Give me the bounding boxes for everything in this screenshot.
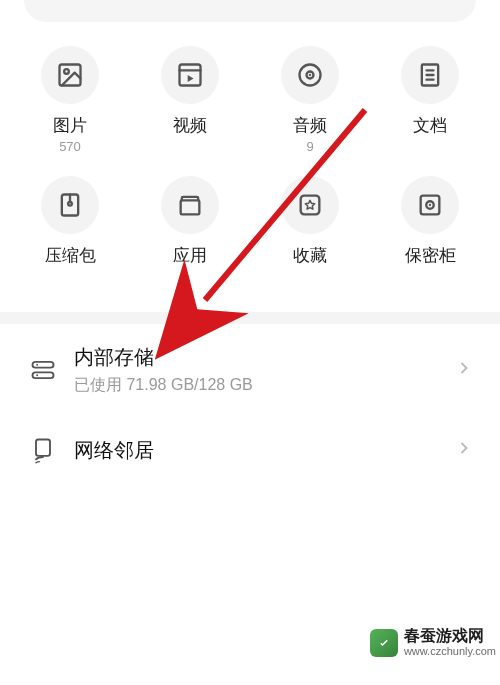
category-label: 音频 [293, 114, 327, 137]
archive-icon [41, 176, 99, 234]
chevron-right-icon [454, 438, 474, 462]
row-title: 内部存储 [74, 344, 454, 371]
category-archive[interactable]: 压缩包 [10, 176, 130, 284]
network-icon [26, 436, 60, 464]
svg-rect-2 [180, 65, 201, 86]
category-pictures[interactable]: 图片 570 [10, 46, 130, 154]
internal-storage-row[interactable]: 内部存储 已使用 71.98 GB/128 GB [8, 324, 492, 416]
watermark-url: www.czchunly.com [404, 646, 496, 657]
section-divider [0, 312, 500, 324]
svg-point-13 [429, 204, 431, 206]
storage-icon [26, 356, 60, 384]
network-neighborhood-row[interactable]: 网络邻居 [8, 416, 492, 484]
category-label: 保密柜 [405, 244, 456, 267]
category-grid: 图片 570 视频 音频 9 文档 压缩包 [0, 28, 500, 312]
row-title: 网络邻居 [74, 437, 454, 464]
svg-rect-9 [181, 200, 200, 214]
category-count: 570 [59, 139, 81, 154]
svg-point-8 [68, 202, 72, 206]
category-label: 图片 [53, 114, 87, 137]
category-docs[interactable]: 文档 [370, 46, 490, 154]
category-label: 收藏 [293, 244, 327, 267]
search-input[interactable] [24, 0, 476, 22]
category-label: 应用 [173, 244, 207, 267]
video-icon [161, 46, 219, 104]
watermark-logo-icon [370, 629, 398, 657]
svg-rect-10 [301, 196, 320, 215]
svg-point-17 [36, 374, 38, 376]
category-label: 文档 [413, 114, 447, 137]
category-favorite[interactable]: 收藏 [250, 176, 370, 284]
svg-point-16 [36, 364, 38, 366]
watermark: 春蚕游戏网 www.czchunly.com [370, 628, 496, 657]
safe-icon [401, 176, 459, 234]
svg-rect-15 [33, 372, 54, 378]
category-videos[interactable]: 视频 [130, 46, 250, 154]
storage-list: 内部存储 已使用 71.98 GB/128 GB 网络邻居 [0, 324, 500, 484]
svg-rect-18 [36, 440, 50, 456]
apps-icon [161, 176, 219, 234]
row-subtitle: 已使用 71.98 GB/128 GB [74, 375, 454, 396]
chevron-right-icon [454, 358, 474, 382]
category-safe[interactable]: 保密柜 [370, 176, 490, 284]
svg-point-1 [64, 69, 69, 74]
category-count: 9 [306, 139, 313, 154]
watermark-name: 春蚕游戏网 [404, 628, 496, 644]
category-audio[interactable]: 音频 9 [250, 46, 370, 154]
audio-icon [281, 46, 339, 104]
svg-rect-14 [33, 362, 54, 368]
category-label: 视频 [173, 114, 207, 137]
svg-point-5 [309, 74, 311, 76]
favorite-icon [281, 176, 339, 234]
document-icon [401, 46, 459, 104]
image-icon [41, 46, 99, 104]
category-label: 压缩包 [45, 244, 96, 267]
category-apps[interactable]: 应用 [130, 176, 250, 284]
